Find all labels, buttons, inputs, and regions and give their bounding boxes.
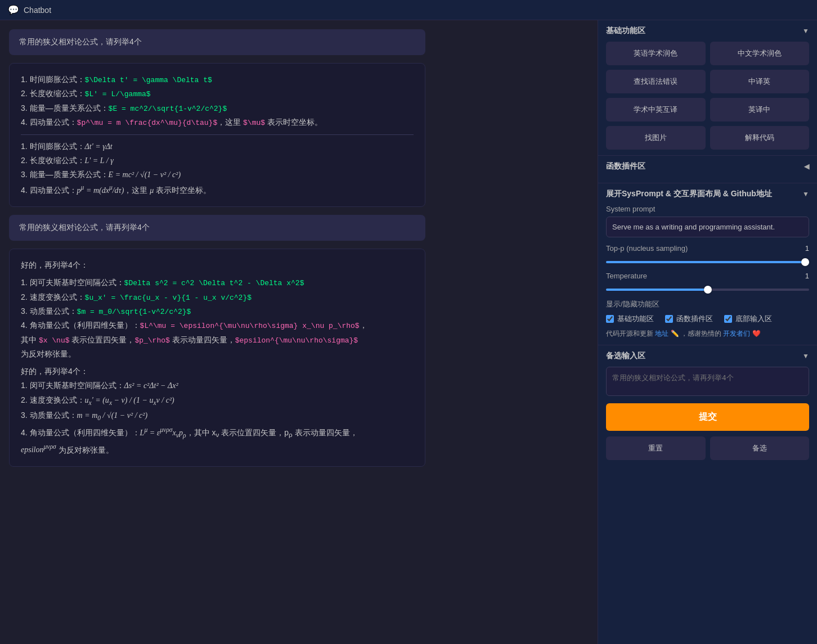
thanks-text: ，感谢热情的 <box>681 330 721 337</box>
user-message-1: 常用的狭义相对论公式，请列举4个 <box>9 29 425 55</box>
plugin-section: 函数插件区 ◀ <box>598 156 817 183</box>
temperature-label: Temperature <box>606 272 647 280</box>
visibility-section: 显示/隐藏功能区 基础功能区 函数插件区 底部输入区 <box>606 299 809 324</box>
alt-input-textarea[interactable] <box>606 367 809 396</box>
temperature-value: 1 <box>796 272 809 280</box>
basic-functions-title: 基础功能区 <box>606 26 645 36</box>
open-source-link[interactable]: 地址 <box>655 330 668 337</box>
heart-icon: ❤️ <box>752 330 761 337</box>
btn-chinese-polish[interactable]: 中文学术润色 <box>710 42 810 65</box>
plugin-header[interactable]: 函数插件区 ◀ <box>606 161 809 172</box>
checkbox-row: 基础功能区 函数插件区 底部输入区 <box>606 314 809 324</box>
top-p-label: Top-p (nucleus sampling) <box>606 244 688 253</box>
basic-functions-section: 基础功能区 ▼ 英语学术润色 中文学术润色 查找语法错误 中译英 学术中英互译 … <box>598 20 817 156</box>
btn-academic-translate[interactable]: 学术中英互译 <box>606 98 706 121</box>
checkbox-plugin-area: 函数插件区 <box>665 314 713 324</box>
alt-input-section: 备选输入区 ▼ 提交 重置 备选 <box>598 345 817 466</box>
sysprompt-title: 展开SysPrompt & 交互界面布局 & Github地址 <box>606 189 772 199</box>
basic-functions-arrow: ▼ <box>802 27 809 35</box>
contributors-link[interactable]: 开发者们 <box>723 330 750 337</box>
plugin-arrow: ◀ <box>804 163 809 170</box>
sysprompt-section: 展开SysPrompt & 交互界面布局 & Github地址 ▼ System… <box>598 183 817 345</box>
open-source-text: 代码开源和更新 <box>606 330 653 337</box>
plugin-title: 函数插件区 <box>606 161 645 172</box>
checkbox-bottom-input-input[interactable] <box>724 315 732 323</box>
alt-input-title: 备选输入区 <box>606 351 645 361</box>
temperature-slider-container <box>606 283 809 292</box>
checkbox-plugin-area-input[interactable] <box>665 315 673 323</box>
top-p-slider-container <box>606 256 809 265</box>
btn-explain-code[interactable]: 解释代码 <box>710 126 810 150</box>
basic-functions-header[interactable]: 基础功能区 ▼ <box>606 26 809 36</box>
system-prompt-value: Serve me as a writing and programming as… <box>606 217 809 237</box>
right-panel: 基础功能区 ▼ 英语学术润色 中文学术润色 查找语法错误 中译英 学术中英互译 … <box>598 20 817 644</box>
btn-grammar-check[interactable]: 查找语法错误 <box>606 70 706 93</box>
reset-button[interactable]: 重置 <box>606 436 706 460</box>
chat-area: 常用的狭义相对论公式，请列举4个 1. 时间膨胀公式：$\Delta t' = … <box>0 20 598 644</box>
top-p-value: 1 <box>796 244 809 253</box>
checkbox-basic-functions: 基础功能区 <box>606 314 654 324</box>
temperature-slider[interactable] <box>606 289 809 291</box>
assistant-message-2: 好的，再列举4个： 1. 闵可夫斯基时空间隔公式：$Delta s^2 = c^… <box>9 249 425 467</box>
user-message-2: 常用的狭义相对论公式，请再列举4个 <box>9 215 425 241</box>
open-source-row: 代码开源和更新 地址 ✏️ ，感谢热情的 开发者们 ❤️ <box>606 328 809 339</box>
extra-button[interactable]: 备选 <box>710 436 810 460</box>
btn-zh-to-en[interactable]: 中译英 <box>710 70 810 93</box>
btn-find-image[interactable]: 找图片 <box>606 126 706 150</box>
visibility-label: 显示/隐藏功能区 <box>606 299 809 309</box>
top-p-slider[interactable] <box>606 261 809 263</box>
btn-en-to-zh[interactable]: 英译中 <box>710 98 810 121</box>
basic-functions-grid: 英语学术润色 中文学术润色 查找语法错误 中译英 学术中英互译 英译中 找图片 … <box>606 42 809 150</box>
submit-button[interactable]: 提交 <box>606 403 809 431</box>
btn-english-polish[interactable]: 英语学术润色 <box>606 42 706 65</box>
checkbox-basic-functions-input[interactable] <box>606 315 614 323</box>
app-title: Chatbot <box>24 6 51 15</box>
sysprompt-arrow: ▼ <box>802 190 809 198</box>
alt-input-header[interactable]: 备选输入区 ▼ <box>606 351 809 361</box>
sysprompt-header[interactable]: 展开SysPrompt & 交互界面布局 & Github地址 ▼ <box>606 189 809 199</box>
checkbox-bottom-input: 底部输入区 <box>724 314 772 324</box>
bottom-buttons: 重置 备选 <box>606 436 809 460</box>
alt-input-arrow: ▼ <box>802 352 809 360</box>
chatbot-icon: 💬 <box>8 4 19 15</box>
system-prompt-label: System prompt <box>606 205 809 213</box>
assistant-message-1: 1. 时间膨胀公式：$\Delta t' = \gamma \Delta t$ … <box>9 63 425 207</box>
